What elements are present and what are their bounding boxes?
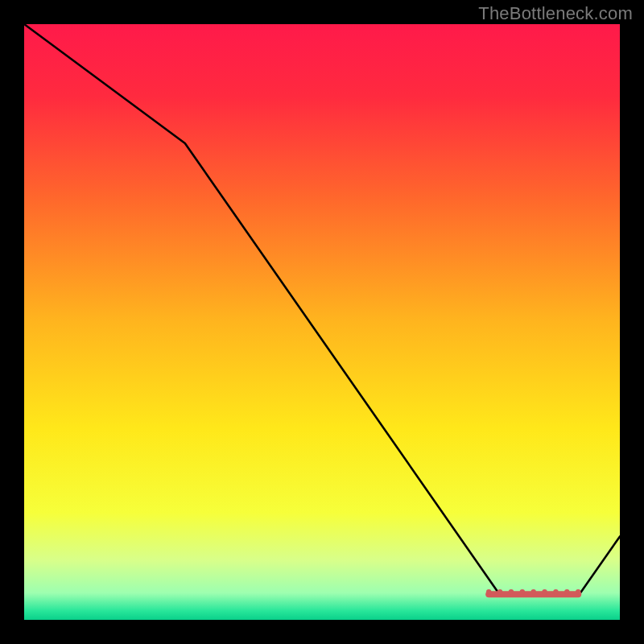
chart-frame: { "watermark": "TheBottleneck.com", "cha… (0, 0, 644, 644)
svg-point-4 (509, 589, 514, 594)
svg-point-2 (486, 589, 491, 594)
svg-point-7 (542, 589, 547, 594)
svg-point-9 (564, 589, 569, 594)
svg-point-6 (531, 589, 536, 594)
bottleneck-chart (24, 24, 620, 620)
svg-point-3 (497, 589, 502, 594)
svg-point-8 (553, 589, 558, 594)
svg-point-5 (520, 589, 525, 594)
gradient-background (24, 24, 620, 620)
highlight-marker (486, 589, 580, 594)
watermark-text: TheBottleneck.com (478, 3, 633, 24)
svg-point-10 (576, 589, 580, 594)
